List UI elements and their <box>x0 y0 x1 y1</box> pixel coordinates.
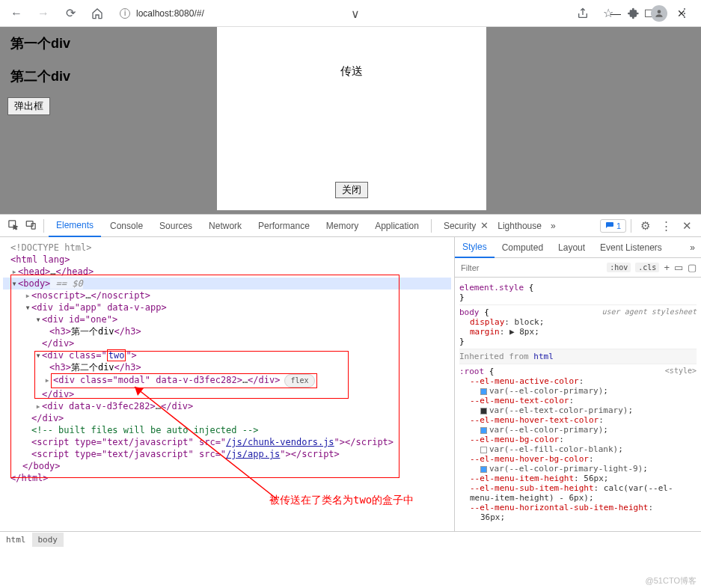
devtools: Elements Console Sources Network Perform… <box>0 214 701 548</box>
app-div-node[interactable]: <div id="app" data-v-app> <box>31 302 167 313</box>
menu-icon[interactable]: ⋮ <box>674 3 695 24</box>
reload-button[interactable]: ⟳ <box>60 3 81 24</box>
extensions-icon[interactable] <box>623 3 644 24</box>
styles-tabs-overflow[interactable]: » <box>684 242 701 253</box>
styles-filter-input[interactable] <box>459 262 602 274</box>
devtools-tab-bar: Elements Console Sources Network Perform… <box>0 215 701 237</box>
styles-panel: Styles Computed Layout Event Listeners »… <box>454 237 701 531</box>
crumb-html[interactable]: html <box>0 533 32 547</box>
tab-sources[interactable]: Sources <box>152 215 200 237</box>
svg-point-0 <box>658 10 661 13</box>
tab-security[interactable]: Security <box>436 215 483 237</box>
tabs-overflow-icon[interactable]: » <box>551 221 556 231</box>
devtools-menu-icon[interactable]: ⋮ <box>656 219 676 233</box>
profile-avatar[interactable] <box>649 3 670 24</box>
two-class-highlight: two <box>107 349 126 361</box>
address-field[interactable]: i localhost:8080/#/ <box>114 8 566 19</box>
settings-gear-icon[interactable]: ⚙ <box>636 219 655 233</box>
forward-button[interactable]: → <box>33 3 54 24</box>
tab-console[interactable]: Console <box>102 215 150 237</box>
page-viewport: 第一个div 第二个div 弹出框 传送 关闭 <box>0 27 701 214</box>
cls-toggle[interactable]: .cls <box>635 263 659 272</box>
new-style-rule-icon[interactable]: + <box>664 262 670 273</box>
tab-network[interactable]: Network <box>201 215 249 237</box>
styles-tab-layout[interactable]: Layout <box>551 237 593 258</box>
url-text: localhost:8080/#/ <box>136 8 204 19</box>
tab-elements[interactable]: Elements <box>49 215 101 237</box>
styles-tabs: Styles Computed Layout Event Listeners » <box>455 237 701 258</box>
modal-title: 传送 <box>340 64 363 79</box>
inspect-icon[interactable] <box>4 219 21 233</box>
styles-sidebar-toggle-icon[interactable]: ▢ <box>688 262 697 273</box>
modal-node-highlight[interactable]: <div class="modal" data-v-d3fec282>…</di… <box>51 373 317 388</box>
home-button[interactable] <box>87 3 108 24</box>
share-icon[interactable] <box>572 3 593 24</box>
tab-lighthouse[interactable]: Lighthouse <box>490 215 549 237</box>
back-button[interactable]: ← <box>6 3 27 24</box>
device-toggle-icon[interactable] <box>22 219 39 233</box>
issues-badge[interactable]: 1 <box>600 219 626 233</box>
bookmark-star-icon[interactable]: ☆ <box>598 3 619 24</box>
crumb-body[interactable]: body <box>32 533 64 547</box>
annotation-text: 被传送在了类名为two的盒子中 <box>269 494 414 506</box>
styles-rules[interactable]: element.style {} user agent stylesheet b… <box>455 278 701 531</box>
body-node[interactable]: <body> <box>18 278 50 289</box>
styles-tab-styles[interactable]: Styles <box>455 237 495 258</box>
tab-application[interactable]: Application <box>367 215 426 237</box>
tab-memory[interactable]: Memory <box>319 215 366 237</box>
breadcrumb: html body <box>0 531 701 548</box>
devtools-close-icon[interactable]: ✕ <box>678 219 697 233</box>
styles-tab-eventlisteners[interactable]: Event Listeners <box>593 237 670 258</box>
dom-tree-panel[interactable]: <!DOCTYPE html> <html lang> ▸<head>…</he… <box>0 237 454 531</box>
site-info-icon[interactable]: i <box>120 8 130 19</box>
computed-styles-icon[interactable]: ▭ <box>674 262 683 273</box>
url-bar: ← → ⟳ i localhost:8080/#/ ☆ ⋮ <box>0 0 701 27</box>
styles-filter-bar: :hov .cls + ▭ ▢ <box>455 258 701 278</box>
security-close-icon[interactable]: ✕ <box>480 220 489 231</box>
tab-performance[interactable]: Performance <box>251 215 317 237</box>
modal-close-button[interactable]: 关闭 <box>335 182 368 198</box>
flex-badge[interactable]: flex <box>284 374 314 388</box>
modal: 传送 关闭 <box>217 27 486 210</box>
doctype-node[interactable]: <!DOCTYPE html> <box>10 242 91 253</box>
html-open[interactable]: <html lang> <box>10 254 70 265</box>
hov-toggle[interactable]: :hov <box>607 263 631 272</box>
popup-button[interactable]: 弹出框 <box>7 97 50 115</box>
styles-tab-computed[interactable]: Computed <box>495 237 551 258</box>
